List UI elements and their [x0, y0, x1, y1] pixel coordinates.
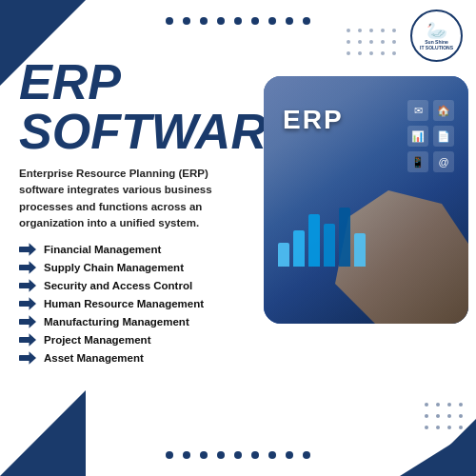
- feature-label: Supply Chain Management: [44, 262, 184, 273]
- dots-pattern-bottom-right: [425, 403, 466, 433]
- svg-marker-9: [30, 315, 37, 328]
- description-text: Enterprise Resource Planning (ERP) softw…: [19, 166, 248, 231]
- svg-marker-5: [30, 279, 37, 292]
- feature-label: Manufacturing Management: [44, 316, 189, 327]
- feature-label: Project Management: [44, 334, 150, 346]
- svg-rect-6: [19, 301, 30, 307]
- svg-rect-4: [19, 283, 30, 288]
- arrow-right-icon: [19, 297, 36, 310]
- svg-rect-12: [19, 355, 30, 361]
- erp-icons-grid: ✉ 🏠 📊 📄 📱 @: [407, 100, 454, 172]
- company-logo: 🦢 Sun Shine IT SOLUTIONS: [410, 10, 463, 62]
- chart-bar: [308, 214, 320, 267]
- svg-rect-10: [19, 337, 30, 343]
- svg-marker-11: [30, 333, 37, 347]
- feature-item: Project Management: [19, 333, 248, 347]
- chart-bar: [339, 208, 350, 267]
- arrow-right-icon: [19, 333, 36, 347]
- svg-marker-3: [30, 261, 37, 274]
- svg-rect-0: [19, 247, 30, 252]
- erp-visual: ERP ✉ 🏠 📊 📄 📱 @: [264, 76, 468, 324]
- feature-label: Security and Access Control: [44, 280, 192, 291]
- feature-label: Human Resource Management: [44, 298, 204, 309]
- arrow-right-icon: [19, 243, 36, 256]
- feature-item: Security and Access Control: [19, 279, 248, 292]
- feature-item: Financial Management: [19, 243, 248, 256]
- arrow-right-icon: [19, 279, 36, 292]
- feature-item: Supply Chain Management: [19, 261, 248, 274]
- svg-marker-13: [30, 351, 37, 365]
- icon-at: @: [433, 151, 454, 172]
- erp-image-panel: ERP ✉ 🏠 📊 📄 📱 @: [264, 76, 468, 324]
- icon-chart: 📊: [407, 126, 428, 147]
- arrow-right-icon: [19, 261, 36, 274]
- arrow-right-icon: [19, 315, 36, 328]
- icon-envelope: ✉: [407, 100, 428, 121]
- icon-home: 🏠: [433, 100, 454, 121]
- erp-image-label: ERP: [283, 105, 344, 135]
- erp-chart: [278, 208, 366, 267]
- chart-bar: [354, 233, 366, 267]
- features-list: Financial ManagementSupply Chain Managem…: [19, 243, 248, 365]
- logo-icon: 🦢: [426, 22, 447, 39]
- chart-bar: [278, 243, 289, 267]
- arrow-right-icon: [19, 351, 36, 365]
- svg-rect-2: [19, 265, 30, 270]
- svg-rect-8: [19, 319, 30, 325]
- feature-item: Asset Management: [19, 351, 248, 365]
- logo-subtext: IT SOLUTIONS: [420, 45, 453, 50]
- feature-label: Financial Management: [44, 244, 161, 255]
- page-wrapper: 🦢 Sun Shine IT SOLUTIONS ERP ✉ 🏠 📊 📄 📱 @: [0, 0, 476, 476]
- icon-doc: 📄: [433, 126, 454, 147]
- icon-phone: 📱: [407, 151, 428, 172]
- chart-bar: [293, 230, 305, 267]
- feature-item: Manufacturing Management: [19, 315, 248, 328]
- svg-marker-7: [30, 297, 37, 310]
- chart-bar: [324, 224, 335, 267]
- feature-item: Human Resource Management: [19, 297, 248, 310]
- svg-marker-1: [30, 243, 37, 256]
- feature-label: Asset Management: [44, 352, 144, 364]
